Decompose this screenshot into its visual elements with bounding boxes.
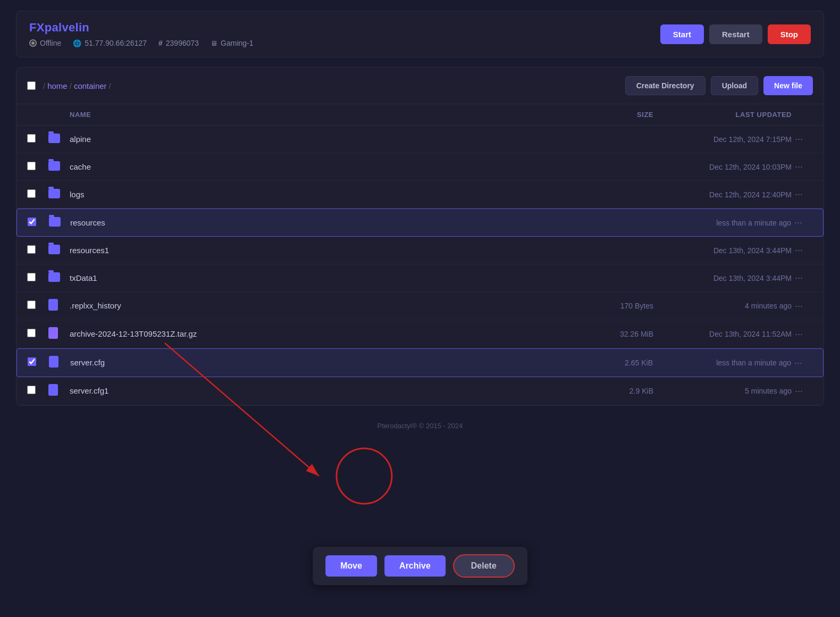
server-meta: Offline 51.77.90.66:26127 23996073 Gamin…: [29, 39, 254, 47]
row-checkbox[interactable]: [27, 301, 36, 309]
row-checkbox[interactable]: [27, 273, 36, 281]
file-size: 170 Bytes: [568, 302, 653, 310]
header-actions: Start Restart Stop: [660, 24, 811, 44]
ip-label: 51.77.90.66:26127: [85, 39, 147, 47]
file-updated: Dec 12th, 2024 12:40PM: [653, 190, 792, 199]
row-checkbox[interactable]: [27, 162, 36, 170]
archive-button[interactable]: Archive: [384, 555, 446, 577]
table-row[interactable]: .replxx_history170 Bytes4 minutes ago···: [16, 292, 824, 320]
file-icon: [49, 356, 58, 368]
folder-icon: [48, 272, 60, 282]
file-updated: 5 minutes ago: [653, 387, 792, 395]
select-all-checkbox[interactable]: [27, 81, 36, 90]
more-options-button[interactable]: ···: [792, 299, 806, 313]
row-checkbox[interactable]: [27, 189, 36, 198]
file-name[interactable]: cache: [70, 162, 91, 171]
table-row[interactable]: logsDec 12th, 2024 12:40PM···: [16, 181, 824, 209]
breadcrumb: / home / container /: [27, 81, 111, 90]
file-name[interactable]: archive-2024-12-13T095231Z.tar.gz: [70, 329, 197, 338]
row-checkbox[interactable]: [28, 357, 36, 366]
col-updated: Last Updated: [653, 111, 792, 119]
file-icon: [48, 384, 58, 396]
breadcrumb-container[interactable]: container: [74, 81, 107, 90]
folder-icon: [48, 189, 60, 198]
table-row[interactable]: resourcesless than a minute ago···: [16, 209, 824, 237]
file-updated: Dec 12th, 2024 10:03PM: [653, 163, 792, 171]
node-label: Gaming-1: [221, 39, 253, 47]
row-checkbox[interactable]: [27, 329, 36, 337]
move-button[interactable]: Move: [325, 555, 377, 577]
ip-item: 51.77.90.66:26127: [73, 39, 147, 47]
stop-button[interactable]: Stop: [768, 24, 811, 44]
server-id: 23996073: [166, 39, 199, 47]
status-item: Offline: [29, 39, 61, 47]
file-size: 32.26 MiB: [568, 330, 653, 338]
breadcrumb-sep-0: /: [43, 81, 45, 90]
more-options-button[interactable]: ···: [792, 188, 806, 201]
node-item: Gaming-1: [211, 39, 253, 47]
server-name: FXpalvelin: [29, 21, 254, 35]
fm-toolbar: / home / container / Create Directory Up…: [16, 68, 824, 104]
create-directory-button[interactable]: Create Directory: [625, 76, 705, 95]
header-card: FXpalvelin Offline 51.77.90.66:26127 239…: [16, 11, 824, 57]
start-button[interactable]: Start: [660, 24, 704, 44]
row-checkbox[interactable]: [28, 218, 36, 226]
file-name[interactable]: resources1: [70, 246, 109, 255]
breadcrumb-sep-1: /: [70, 81, 72, 90]
table-row[interactable]: resources1Dec 13th, 2024 3:44PM···: [16, 237, 824, 264]
delete-button[interactable]: Delete: [453, 554, 515, 578]
restart-button[interactable]: Restart: [709, 24, 762, 44]
file-name[interactable]: server.cfg: [70, 358, 105, 367]
file-name[interactable]: .replxx_history: [70, 301, 121, 310]
table-row[interactable]: server.cfg2.65 KiBless than a minute ago…: [16, 348, 824, 377]
server-icon: [211, 39, 217, 47]
table-row[interactable]: txData1Dec 13th, 2024 3:44PM···: [16, 264, 824, 292]
hash-icon: [158, 39, 163, 47]
bottom-action-bar: Move Archive Delete: [313, 547, 527, 585]
row-checkbox[interactable]: [27, 386, 36, 394]
upload-button[interactable]: Upload: [711, 76, 758, 95]
file-updated: Dec 13th, 2024 3:44PM: [653, 274, 792, 282]
footer-text: Pterodactyl® © 2015 - 2024: [377, 422, 463, 430]
folder-icon: [48, 161, 60, 171]
more-options-button[interactable]: ···: [791, 356, 805, 370]
col-name: Name: [70, 111, 568, 119]
more-options-button[interactable]: ···: [792, 328, 806, 341]
folder-icon: [48, 245, 60, 254]
row-checkbox[interactable]: [27, 134, 36, 143]
file-size: 2.9 KiB: [568, 387, 653, 395]
table-row[interactable]: archive-2024-12-13T095231Z.tar.gz32.26 M…: [16, 320, 824, 348]
file-name[interactable]: txData1: [70, 273, 97, 282]
toolbar-actions: Create Directory Upload New file: [625, 76, 813, 95]
more-options-button[interactable]: ···: [792, 160, 806, 173]
file-name[interactable]: resources: [70, 218, 105, 227]
more-options-button[interactable]: ···: [792, 271, 806, 285]
breadcrumb-sep-2: /: [109, 81, 111, 90]
more-options-button[interactable]: ···: [792, 244, 806, 257]
file-updated: Dec 12th, 2024 7:15PM: [653, 135, 792, 144]
table-row[interactable]: alpineDec 12th, 2024 7:15PM···: [16, 126, 824, 153]
file-name[interactable]: server.cfg1: [70, 386, 108, 395]
more-options-button[interactable]: ···: [791, 216, 805, 229]
folder-icon: [49, 217, 61, 227]
breadcrumb-home[interactable]: home: [47, 81, 68, 90]
new-file-button[interactable]: New file: [763, 76, 813, 95]
folder-icon: [48, 134, 60, 143]
archive-icon: [48, 327, 58, 339]
offline-indicator: [29, 39, 37, 47]
table-row[interactable]: cacheDec 12th, 2024 10:03PM···: [16, 153, 824, 181]
status-label: Offline: [40, 39, 61, 47]
file-table: alpineDec 12th, 2024 7:15PM···cacheDec 1…: [16, 126, 824, 405]
file-updated: 4 minutes ago: [653, 302, 792, 310]
table-row[interactable]: server.cfg12.9 KiB5 minutes ago···: [16, 377, 824, 405]
file-icon: [48, 299, 58, 311]
more-options-button[interactable]: ···: [792, 132, 806, 146]
file-updated: Dec 13th, 2024 11:52AM: [653, 330, 792, 338]
file-manager-card: / home / container / Create Directory Up…: [16, 67, 824, 406]
row-checkbox[interactable]: [27, 245, 36, 254]
header-left: FXpalvelin Offline 51.77.90.66:26127 239…: [29, 21, 254, 47]
file-name[interactable]: alpine: [70, 135, 91, 144]
file-name[interactable]: logs: [70, 190, 85, 199]
more-options-button[interactable]: ···: [792, 385, 806, 398]
file-updated: less than a minute ago: [653, 358, 791, 367]
